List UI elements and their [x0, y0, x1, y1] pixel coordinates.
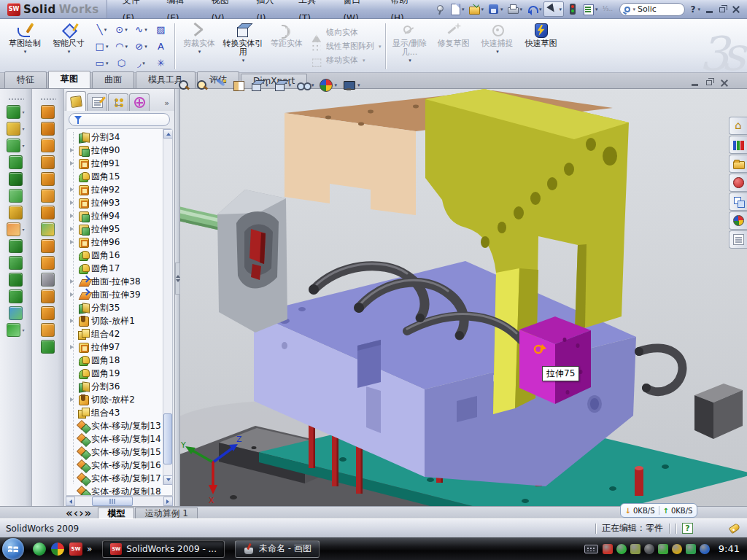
tree-horizontal-scrollbar[interactable]	[66, 496, 173, 506]
feature-toolbar-icon-col1-6[interactable]	[9, 206, 23, 219]
pin-icon[interactable]	[431, 2, 446, 16]
feature-toolbar-icon-col2-1[interactable]	[41, 122, 55, 136]
tree-item-切除-放样1[interactable]: 切除-放样1	[68, 314, 172, 327]
display-style-button[interactable]: ▾	[274, 79, 292, 92]
feature-toolbar-icon-col1-0[interactable]: ▾	[7, 105, 24, 119]
tray-icon-7[interactable]	[700, 544, 710, 554]
feature-toolbar-icon-col1-13[interactable]: ▾	[7, 323, 24, 337]
feature-toolbar-icon-col2-14[interactable]	[41, 340, 55, 354]
tree-item-圆角18[interactable]: 圆角18	[68, 354, 172, 367]
select-icon[interactable]: ▾	[543, 1, 564, 17]
tree-item-分割35[interactable]: 分割35	[68, 301, 172, 314]
help-button[interactable]: ?	[691, 4, 696, 15]
dimxpertmanager-tab[interactable]	[129, 93, 150, 111]
sketch-tool-1[interactable]: ⊙▾	[112, 21, 131, 38]
undo-icon[interactable]: ▾	[525, 2, 543, 16]
sketch-tool-10[interactable]: ◞▾	[131, 55, 151, 71]
tree-item-组合42[interactable]: 组合42	[68, 327, 172, 341]
sketch-tool-7[interactable]: A	[151, 38, 171, 55]
sketch-tool-3[interactable]: ▨	[151, 21, 171, 38]
design-library-tab[interactable]	[729, 136, 747, 154]
tree-item-曲面-拉伸39[interactable]: 曲面-拉伸39	[68, 288, 172, 301]
scroll-thumb[interactable]	[163, 413, 172, 464]
expand-arrow-icon[interactable]	[69, 240, 76, 244]
view-palette-tab[interactable]	[729, 192, 747, 211]
tree-item-圆角17[interactable]: 圆角17	[68, 262, 172, 275]
tree-item-分割36[interactable]: 分割36	[68, 380, 172, 393]
hscroll-thumb[interactable]	[92, 497, 133, 506]
tree-item-圆角19[interactable]: 圆角19	[68, 367, 172, 380]
sketch-tool-4[interactable]: □▾	[92, 38, 112, 55]
sketch-tool-9[interactable]: ⬡	[112, 55, 131, 71]
open-icon-dropdown[interactable]: ▾	[481, 7, 484, 12]
scroll-down-icon[interactable]	[163, 475, 173, 485]
doc-close-button[interactable]	[720, 79, 728, 87]
tab-nav-1[interactable]: ‹	[74, 506, 78, 520]
help-dropdown-icon[interactable]: ▾	[697, 7, 700, 12]
input-method-icon[interactable]	[584, 545, 598, 553]
solidworks-resources-tab[interactable]: ⌂	[729, 117, 747, 135]
tree-item-拉伸92[interactable]: 拉伸92	[68, 183, 172, 196]
rebuild-icon[interactable]	[565, 2, 580, 16]
tray-icon-6[interactable]	[686, 544, 696, 554]
feature-toolbar-icon-col1-5[interactable]	[9, 189, 23, 203]
toolbar-button-转换实体引用[interactable]: 转换实体引用▾	[221, 20, 265, 72]
open-icon[interactable]: ▾	[466, 2, 485, 16]
feature-toolbar-icon-col2-11[interactable]	[41, 289, 55, 303]
tree-item-拉伸91[interactable]: 拉伸91	[68, 157, 172, 170]
search-input[interactable]: Solic	[638, 4, 657, 14]
expand-arrow-icon[interactable]	[69, 214, 76, 218]
expand-arrow-icon[interactable]	[69, 397, 76, 402]
tab-nav-2[interactable]: ›	[79, 506, 83, 520]
status-help-icon[interactable]: ?	[682, 523, 693, 534]
zoom-fit-button[interactable]	[177, 79, 190, 92]
quick-launch-solidworks-icon[interactable]: SW	[69, 542, 82, 556]
tags-icon[interactable]	[729, 523, 741, 534]
expand-arrow-icon[interactable]	[69, 148, 76, 152]
tab-nav-3[interactable]: »	[85, 506, 92, 520]
close-button[interactable]	[732, 5, 740, 13]
print-icon[interactable]: ▾	[505, 2, 524, 16]
feature-toolbar-icon-col2-10[interactable]	[41, 273, 55, 287]
bottom-tab-模型[interactable]: 模型	[98, 508, 134, 518]
智能尺寸-dropdown[interactable]: ▾	[68, 49, 71, 55]
tree-item-实体-移动/复制13[interactable]: 实体-移动/复制13	[68, 419, 172, 432]
previous-view-button[interactable]	[214, 79, 227, 92]
sketch-tool-8[interactable]: ▭▾	[92, 55, 112, 71]
overflow-icon[interactable]: ⅓..	[600, 2, 615, 16]
apply-scene-button[interactable]: ▾	[320, 79, 338, 92]
restore-button[interactable]	[719, 7, 725, 12]
tab-曲面[interactable]: 曲面	[92, 71, 134, 88]
feature-toolbar-icon-col1-8[interactable]	[9, 239, 23, 253]
tray-icon-5[interactable]	[672, 544, 682, 554]
toolbar-button-智能尺寸[interactable]: 智能尺寸▾	[47, 20, 90, 72]
save-icon[interactable]: ▾	[486, 2, 505, 16]
tree-item-拉伸97[interactable]: 拉伸97	[68, 341, 172, 354]
quick-launch-messenger-icon[interactable]	[33, 542, 46, 556]
expand-arrow-icon[interactable]	[69, 319, 76, 323]
tree-item-实体-移动/复制18[interactable]: 实体-移动/复制18	[68, 485, 172, 496]
toolbar-button-快速草图[interactable]: 快速草图	[519, 20, 563, 72]
tree-item-圆角15[interactable]: 圆角15	[68, 170, 172, 183]
new-document-icon-dropdown[interactable]: ▾	[462, 7, 465, 12]
expand-arrow-icon[interactable]	[69, 227, 76, 231]
sketch-tool-6[interactable]: ⊘▾	[131, 38, 151, 55]
feature-toolbar-icon-col2-0[interactable]	[41, 105, 55, 119]
tree-item-实体-移动/复制17[interactable]: 实体-移动/复制17	[68, 472, 172, 485]
tree-vertical-scrollbar[interactable]	[163, 129, 172, 485]
tray-icon-4[interactable]	[658, 544, 668, 554]
print-icon-dropdown[interactable]: ▾	[519, 7, 522, 12]
feature-toolbar-icon-col1-9[interactable]	[9, 256, 23, 270]
expand-arrow-icon[interactable]	[69, 279, 76, 284]
feature-toolbar-icon-col2-9[interactable]	[41, 256, 55, 270]
tree-filter-input[interactable]	[69, 113, 170, 126]
panel-tabs-overflow-icon[interactable]: »	[164, 98, 173, 111]
section-view-button[interactable]	[232, 79, 245, 92]
草图绘制-dropdown[interactable]: ▾	[24, 49, 27, 55]
network-speed-widget[interactable]: ↓ 0KB/S ↑ 0KB/S	[620, 503, 697, 518]
graphics-viewport[interactable]: Y Z X 拉伸75	[180, 89, 747, 506]
tree-item-实体-移动/复制15[interactable]: 实体-移动/复制15	[68, 446, 172, 459]
feature-toolbar-icon-col2-7[interactable]	[41, 222, 55, 236]
tree-item-圆角16[interactable]: 圆角16	[68, 249, 172, 262]
start-button[interactable]	[2, 538, 24, 560]
